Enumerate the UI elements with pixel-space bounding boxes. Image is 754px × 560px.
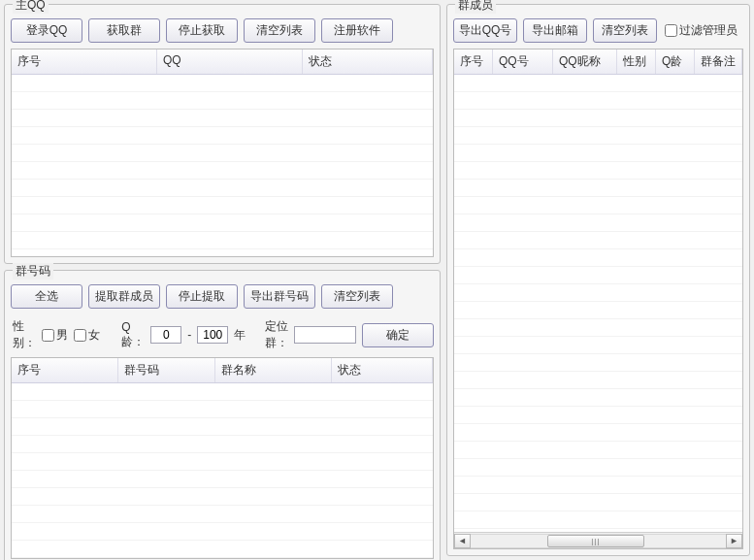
groupids-table-body [12,383,433,558]
groupids-table-header: 序号 群号码 群名称 状态 [12,358,433,383]
female-label: 女 [88,327,100,344]
panel-groupids: 群号码 全选 提取群成员 停止提取 导出群号码 清空列表 性别： 男 女 [4,270,441,560]
mcol-qqno[interactable]: QQ号 [493,49,553,74]
mainqq-table-body [12,75,433,256]
scroll-left-arrow[interactable]: ◄ [454,534,471,548]
export-qq-button[interactable]: 导出QQ号 [453,18,517,43]
filter-admin-checkbox[interactable] [665,24,677,37]
panel-groupids-title: 群号码 [13,263,53,280]
mcol-nick[interactable]: QQ昵称 [553,49,617,74]
mainqq-toolbar: 登录QQ 获取群 停止获取 清空列表 注册软件 [11,18,434,43]
scroll-thumb[interactable]: ||| [547,535,644,547]
stop-get-button[interactable]: 停止获取 [166,18,238,43]
mainqq-table[interactable]: 序号 QQ 状态 [11,49,434,257]
export-groupids-button[interactable]: 导出群号码 [244,284,315,309]
scroll-right-arrow[interactable]: ► [726,534,742,548]
panel-members-title: 群成员 [455,0,496,14]
qage-from-input[interactable] [150,326,181,344]
locate-group-input[interactable] [294,326,356,344]
mainqq-table-header: 序号 QQ 状态 [12,49,433,75]
female-checkbox[interactable] [74,329,86,342]
extract-members-button[interactable]: 提取群成员 [88,284,160,309]
col-groupid[interactable]: 群号码 [118,358,215,382]
members-hscrollbar[interactable]: ◄ ||| ► [454,532,742,548]
select-all-button[interactable]: 全选 [11,284,82,309]
members-table[interactable]: 序号 QQ号 QQ昵称 性别 Q龄 群备注 [453,49,743,549]
gender-female-option[interactable]: 女 [74,327,100,344]
mcol-qage[interactable]: Q龄 [656,49,695,74]
members-table-header: 序号 QQ号 QQ昵称 性别 Q龄 群备注 [454,49,742,75]
col-groupname[interactable]: 群名称 [215,358,332,382]
locate-label: 定位群： [265,318,288,351]
groupids-table[interactable]: 序号 群号码 群名称 状态 [11,357,434,559]
qage-year: 年 [234,327,246,344]
clear-groupids-button[interactable]: 清空列表 [321,284,393,309]
col-qq[interactable]: QQ [157,49,303,74]
filter-admin-label: 过滤管理员 [679,22,738,39]
qage-label: Q龄： [121,320,145,350]
clear-members-button[interactable]: 清空列表 [593,18,657,43]
locate-ok-button[interactable]: 确定 [362,323,434,347]
login-qq-button[interactable]: 登录QQ [11,18,82,43]
export-mail-button[interactable]: 导出邮箱 [523,18,587,43]
members-toolbar: 导出QQ号 导出邮箱 清空列表 过滤管理员 [453,18,743,43]
qage-dash: - [187,328,191,342]
get-groups-button[interactable]: 获取群 [88,18,160,43]
stop-extract-button[interactable]: 停止提取 [166,284,238,309]
mcol-seq[interactable]: 序号 [454,49,493,74]
male-checkbox[interactable] [42,329,54,342]
mcol-remark[interactable]: 群备注 [695,49,742,74]
col-status[interactable]: 状态 [303,49,433,74]
male-label: 男 [56,327,68,344]
col-status2[interactable]: 状态 [332,358,433,382]
panel-mainqq-title: 主QQ [13,0,49,14]
gender-male-option[interactable]: 男 [42,327,68,344]
qage-to-input[interactable] [197,326,228,344]
members-table-body [454,75,742,532]
scroll-track[interactable]: ||| [471,534,726,548]
mcol-gender[interactable]: 性别 [617,49,656,74]
panel-mainqq: 主QQ 登录QQ 获取群 停止获取 清空列表 注册软件 序号 QQ 状态 [4,4,441,264]
groupids-toolbar: 全选 提取群成员 停止提取 导出群号码 清空列表 [11,284,434,309]
gender-label: 性别： [13,318,36,351]
col-seq[interactable]: 序号 [12,49,157,74]
col-seq2[interactable]: 序号 [12,358,118,382]
panel-members: 群成员 导出QQ号 导出邮箱 清空列表 过滤管理员 序号 QQ号 QQ昵称 性别… [446,4,750,556]
groupids-filter-row: 性别： 男 女 Q龄： - 年 定位群： 确定 [13,318,434,351]
filter-admin-option[interactable]: 过滤管理员 [665,22,738,39]
clear-mainqq-button[interactable]: 清空列表 [244,18,315,43]
register-software-button[interactable]: 注册软件 [321,18,393,43]
